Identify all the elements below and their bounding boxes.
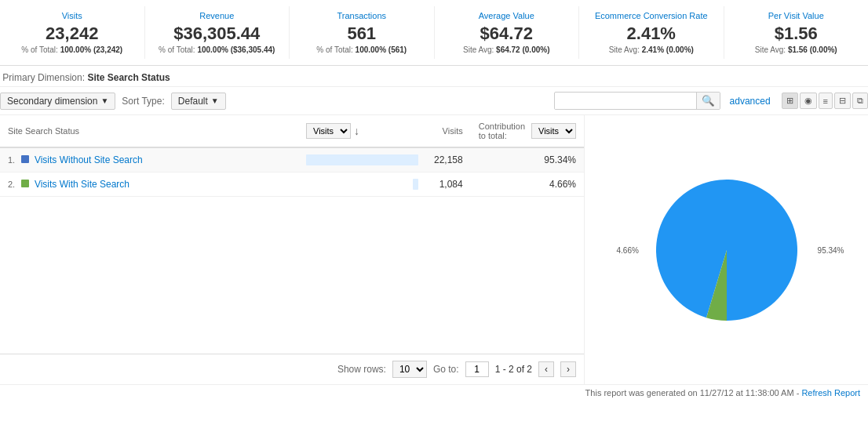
multi-view-btn[interactable]: ⧉ [852, 93, 868, 109]
metric-sub: % of Total: 100.00% (561) [297, 45, 426, 54]
metrics-bar: Visits 23,242 % of Total: 100.00% (23,24… [0, 0, 868, 66]
cell-visits-pct: 4.66% [471, 172, 584, 197]
cell-bar [298, 147, 426, 172]
advanced-link[interactable]: advanced [730, 96, 771, 107]
main-content: Site Search Status Visits ↓ Visits [0, 115, 868, 384]
sort-arrow-icon[interactable]: ↓ [354, 125, 359, 137]
pie-chart: 4.66% 95.34% [648, 172, 805, 329]
table-row: 2. Visits With Site Search 1,084 4.66% [0, 172, 584, 197]
col-header-contribution: Contribution to total: Visits [471, 115, 584, 147]
sort-type-label: Sort Type: [122, 96, 164, 107]
visits-metric-select[interactable]: Visits [306, 123, 351, 139]
search-input[interactable] [555, 93, 696, 109]
metric-item: Average Value $64.72 Site Avg: $64.72 (0… [435, 6, 580, 59]
goto-label: Go to: [433, 364, 459, 375]
table-section: Site Search Status Visits ↓ Visits [0, 115, 585, 384]
metric-sub: % of Total: 100.00% ($36,305.44) [153, 45, 282, 54]
metric-value: 2.41% [587, 24, 716, 44]
search-wrap: 🔍 [554, 92, 720, 110]
color-dot [21, 155, 29, 163]
cell-visits-val: 22,158 [426, 147, 471, 172]
contribution-select[interactable]: Visits [531, 123, 576, 139]
table-footer: Show rows: 10 Go to: 1 - 2 of 2 ‹ › [0, 354, 584, 384]
bar-view-btn[interactable]: ≡ [819, 93, 833, 109]
cell-label: 1. Visits Without Site Search [0, 147, 298, 172]
metric-item: Ecommerce Conversion Rate 2.41% Site Avg… [579, 6, 724, 59]
row-link[interactable]: Visits With Site Search [35, 179, 129, 190]
secondary-dimension-btn[interactable]: Secondary dimension ▼ [0, 93, 115, 110]
table-row: 1. Visits Without Site Search 22,158 95.… [0, 147, 584, 172]
row-link[interactable]: Visits Without Site Search [35, 154, 143, 165]
col-header-status: Site Search Status [0, 115, 298, 147]
cell-label: 2. Visits With Site Search [0, 172, 298, 197]
pivot-view-btn[interactable]: ⊟ [834, 93, 851, 109]
color-dot [21, 180, 29, 187]
rows-select[interactable]: 10 [392, 361, 427, 378]
view-icons: ⊞ ◉ ≡ ⊟ ⧉ [782, 93, 868, 109]
metric-sub: % of Total: 100.00% (23,242) [8, 45, 137, 54]
bar-chart [413, 179, 418, 190]
controls-row: Secondary dimension ▼ Sort Type: Default… [0, 87, 868, 115]
page-info: 1 - 2 of 2 [495, 364, 532, 375]
cell-visits-pct: 95.34% [471, 147, 584, 172]
next-page-btn[interactable]: › [560, 361, 576, 377]
chevron-down-icon: ▼ [100, 96, 108, 105]
metric-item: Transactions 561 % of Total: 100.00% (56… [290, 6, 435, 59]
metric-item: Revenue $36,305.44 % of Total: 100.00% (… [145, 6, 290, 59]
goto-input[interactable] [465, 361, 489, 377]
pie-label-large: 95.34% [818, 245, 844, 254]
bar-chart [306, 154, 418, 165]
data-table: Site Search Status Visits ↓ Visits [0, 115, 584, 197]
metric-value: $1.56 [732, 24, 861, 44]
empty-area [0, 197, 584, 354]
metric-value: $36,305.44 [153, 24, 282, 44]
table-view-btn[interactable]: ⊞ [782, 93, 798, 109]
metric-value: $64.72 [443, 24, 571, 44]
metric-item: Per Visit Value $1.56 Site Avg: $1.56 (0… [724, 6, 869, 59]
metric-value: 561 [297, 24, 426, 44]
pie-view-btn[interactable]: ◉ [800, 93, 817, 109]
metric-label: Ecommerce Conversion Rate [587, 11, 716, 20]
metric-value: 23,242 [8, 24, 137, 44]
metric-sub: Site Avg: $1.56 (0.00%) [732, 45, 861, 54]
metric-label: Revenue [153, 11, 282, 20]
search-icon-button[interactable]: 🔍 [696, 93, 720, 109]
metric-label: Per Visit Value [732, 11, 861, 20]
metric-label: Transactions [297, 11, 426, 20]
report-footer: This report was generated on 11/27/12 at… [0, 384, 868, 401]
prev-page-btn[interactable]: ‹ [538, 361, 554, 377]
pie-label-small: 4.66% [617, 245, 639, 254]
sort-default-btn[interactable]: Default ▼ [171, 93, 226, 110]
dimension-value: Site Search Status [87, 72, 170, 83]
cell-visits-val: 1,084 [426, 172, 471, 197]
metric-sub: Site Avg: 2.41% (0.00%) [587, 45, 716, 54]
metric-label: Average Value [443, 11, 571, 20]
show-rows-label: Show rows: [337, 364, 386, 375]
chevron-down-icon-sort: ▼ [211, 96, 219, 105]
col-header-visits-val: Visits [426, 115, 471, 147]
primary-dimension: Primary Dimension: Site Search Status [0, 66, 868, 87]
metric-item: Visits 23,242 % of Total: 100.00% (23,24… [0, 6, 145, 59]
chart-section: 4.66% 95.34% [585, 115, 868, 384]
cell-bar [298, 172, 426, 197]
metric-label: Visits [8, 11, 137, 20]
metric-sub: Site Avg: $64.72 (0.00%) [443, 45, 571, 54]
col-header-visits-dropdown: Visits ↓ [298, 115, 426, 147]
refresh-report-link[interactable]: Refresh Report [801, 388, 860, 398]
